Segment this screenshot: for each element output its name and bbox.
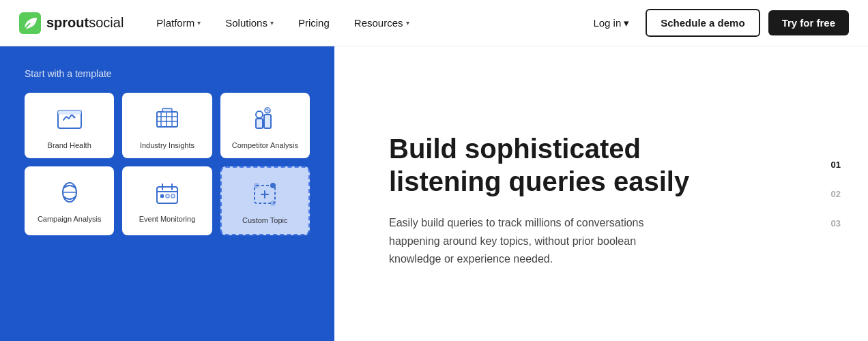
chevron-down-icon: ▾ (197, 19, 201, 27)
card-label: Campaign Analysis (38, 214, 102, 224)
card-label: Competitor Analysis (232, 140, 298, 150)
chevron-down-icon: ▾ (406, 19, 409, 27)
svg-point-31 (270, 201, 276, 206)
nav-item-resources[interactable]: Resources ▾ (343, 12, 420, 34)
template-card-event-monitoring[interactable]: Event Monitoring (122, 166, 212, 235)
svg-rect-11 (256, 119, 263, 128)
nav-item-platform[interactable]: Platform ▾ (145, 12, 212, 34)
step-indicator-03[interactable]: 03 (831, 218, 841, 228)
svg-rect-4 (157, 112, 177, 127)
industry-insights-icon (150, 104, 184, 134)
chevron-down-icon: ▾ (624, 17, 629, 29)
logo-text: sproutsocial (46, 15, 124, 31)
brand-health-icon (53, 104, 87, 134)
card-label: Event Monitoring (139, 214, 196, 224)
template-card-custom-topic[interactable]: Custom Topic (220, 166, 310, 235)
step-indicator-01[interactable]: 01 (831, 160, 841, 170)
template-card-industry-insights[interactable]: Industry Insights (122, 93, 212, 158)
svg-rect-3 (58, 110, 81, 115)
template-card-competitor-analysis[interactable]: 2 1 Competitor Analysis (220, 93, 310, 158)
card-label: Industry Insights (140, 140, 194, 150)
template-grid: Brand Health Industry Insights 2 1 Compe… (25, 93, 310, 235)
right-body: Easily build queries to track millions o… (389, 214, 682, 268)
try-free-button[interactable]: Try for free (768, 10, 849, 35)
svg-point-2 (73, 117, 75, 119)
card-label: Custom Topic (242, 216, 287, 225)
template-card-campaign-analysis[interactable]: Campaign Analysis (25, 166, 114, 235)
competitor-analysis-icon: 2 1 (248, 104, 282, 134)
event-monitoring-icon (150, 177, 184, 207)
svg-point-29 (270, 183, 276, 188)
nav-right: Log in ▾ Schedule a demo Try for free (585, 9, 849, 37)
nav-item-pricing[interactable]: Pricing (287, 12, 341, 34)
svg-point-30 (254, 183, 259, 188)
template-label: Start with a template (25, 68, 310, 79)
svg-point-15 (256, 111, 263, 118)
right-panel: Build sophisticated listening queries ea… (334, 46, 868, 341)
step-indicator-02[interactable]: 02 (831, 189, 841, 199)
left-panel: Start with a template Brand Health Indus… (0, 46, 334, 341)
logo[interactable]: sproutsocial (19, 12, 124, 34)
nav-links: Platform ▾ Solutions ▾ Pricing Resources… (145, 12, 585, 34)
schedule-demo-button[interactable]: Schedule a demo (646, 9, 760, 37)
main-content: Start with a template Brand Health Indus… (0, 46, 868, 341)
chevron-down-icon: ▾ (270, 19, 274, 27)
nav-login[interactable]: Log in ▾ (585, 12, 637, 35)
logo-icon (19, 12, 41, 34)
custom-topic-icon (248, 179, 282, 209)
template-card-brand-health[interactable]: Brand Health (25, 93, 114, 158)
nav-item-solutions[interactable]: Solutions ▾ (214, 12, 285, 34)
right-heading: Build sophisticated listening queries ea… (389, 132, 717, 198)
svg-rect-10 (162, 108, 172, 112)
svg-rect-12 (264, 115, 271, 128)
campaign-analysis-icon (53, 177, 87, 207)
svg-rect-24 (166, 194, 169, 198)
svg-rect-23 (160, 194, 164, 198)
card-label: Brand Health (48, 140, 91, 150)
svg-rect-25 (171, 194, 175, 198)
navbar: sproutsocial Platform ▾ Solutions ▾ Pric… (0, 0, 868, 46)
step-indicators: 010203 (831, 160, 841, 228)
